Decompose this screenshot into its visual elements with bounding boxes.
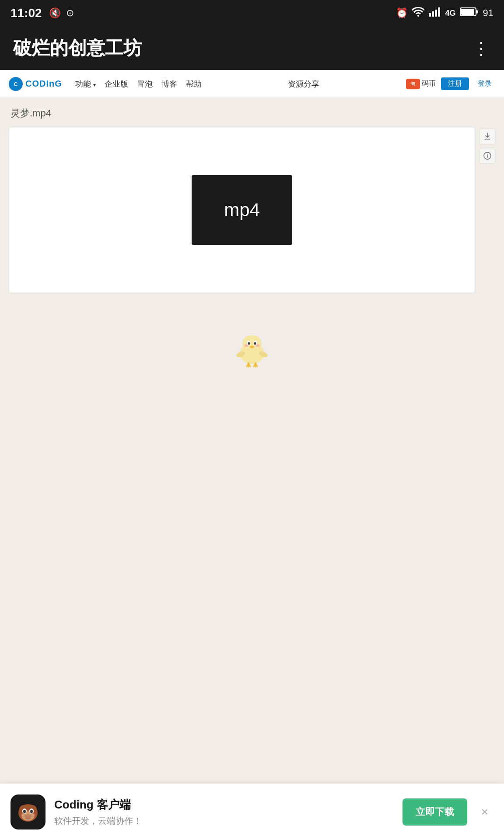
svg-point-18 xyxy=(244,344,248,347)
banner-close-button[interactable]: × xyxy=(476,803,494,821)
content-area: 灵梦.mp4 mp4 xyxy=(0,98,504,385)
nav-item-bubble[interactable]: 冒泡 xyxy=(137,79,153,89)
svg-rect-3 xyxy=(438,7,440,17)
svg-point-19 xyxy=(256,344,260,347)
svg-point-13 xyxy=(242,335,262,353)
banner-app-icon xyxy=(10,794,46,830)
nav-item-blog[interactable]: 博客 xyxy=(161,79,177,89)
coding-logo-icon: C xyxy=(9,77,23,91)
battery-icon xyxy=(460,7,479,19)
file-preview-box: mp4 xyxy=(9,127,475,293)
mascot-image xyxy=(230,328,274,368)
register-button[interactable]: 注册 xyxy=(441,77,469,90)
mabi-text-label: 码币 xyxy=(422,79,436,88)
4g-icon: 4G xyxy=(445,9,456,18)
banner-app-desc: 软件开发，云端协作！ xyxy=(54,815,394,827)
mp4-thumbnail: mp4 xyxy=(192,175,292,245)
svg-rect-5 xyxy=(476,10,478,14)
nav-item-features[interactable]: 功能 ▾ xyxy=(75,79,96,89)
nav-right-section: 码 码币 注册 登录 xyxy=(406,77,495,90)
app-title-bar: 破烂的创意工坊 ⋮ xyxy=(0,26,504,70)
status-bar: 11:02 🔇 ⊙ ⏰ 4G xyxy=(0,0,504,26)
mascot-area xyxy=(9,293,495,385)
svg-text:C: C xyxy=(14,81,18,87)
coding-logo[interactable]: C CODInG xyxy=(9,77,62,91)
signal-icon xyxy=(429,7,441,19)
svg-rect-1 xyxy=(432,11,434,17)
mabi-logo-icon: 码 xyxy=(407,80,419,88)
more-options-button[interactable]: ⋮ xyxy=(472,39,491,57)
banner-monkey-icon xyxy=(15,799,41,825)
download-icon xyxy=(483,132,492,141)
svg-point-17 xyxy=(254,342,256,345)
svg-text:码: 码 xyxy=(411,82,415,86)
status-time: 11:02 xyxy=(10,6,42,20)
download-action-button[interactable] xyxy=(480,129,495,144)
file-name: 灵梦.mp4 xyxy=(9,107,495,120)
login-button[interactable]: 登录 xyxy=(474,77,495,90)
svg-point-36 xyxy=(30,810,33,813)
features-arrow-icon: ▾ xyxy=(93,82,96,88)
file-actions-panel xyxy=(480,127,495,293)
battery-level: 91 xyxy=(483,7,494,19)
nav-item-help[interactable]: 帮助 xyxy=(186,79,202,89)
info-icon xyxy=(483,151,492,160)
ringer-icon: 🔇 xyxy=(49,7,61,19)
info-action-button[interactable] xyxy=(480,148,495,164)
nav-item-resource[interactable]: 资源分享 xyxy=(288,79,319,89)
file-preview-container: mp4 xyxy=(9,127,495,293)
wifi-icon xyxy=(412,7,424,19)
alarm-icon: ⏰ xyxy=(396,7,408,19)
website-nav: C CODInG 功能 ▾ 企业版 冒泡 博客 帮助 资源分享 码 码币 注册 … xyxy=(0,70,504,98)
app-title: 破烂的创意工坊 xyxy=(13,36,142,60)
bottom-banner: Coding 客户端 软件开发，云端协作！ 立即下载 × xyxy=(0,783,504,840)
mabi-icon: 码 xyxy=(406,79,420,89)
banner-app-name: Coding 客户端 xyxy=(54,797,394,812)
svg-point-15 xyxy=(248,342,250,345)
svg-point-35 xyxy=(23,810,26,813)
mabi-coin-section[interactable]: 码 码币 xyxy=(406,79,436,89)
nav-item-enterprise[interactable]: 企业版 xyxy=(105,79,128,89)
sync-icon: ⊙ xyxy=(66,7,74,19)
download-button[interactable]: 立即下载 xyxy=(402,798,467,826)
mp4-label: mp4 xyxy=(224,200,260,220)
svg-rect-0 xyxy=(429,13,431,17)
svg-point-20 xyxy=(250,346,254,348)
svg-rect-2 xyxy=(435,10,437,17)
banner-text-area: Coding 客户端 软件开发，云端协作！ xyxy=(54,797,394,827)
svg-rect-6 xyxy=(461,9,474,15)
logo-text: CODInG xyxy=(25,79,62,89)
